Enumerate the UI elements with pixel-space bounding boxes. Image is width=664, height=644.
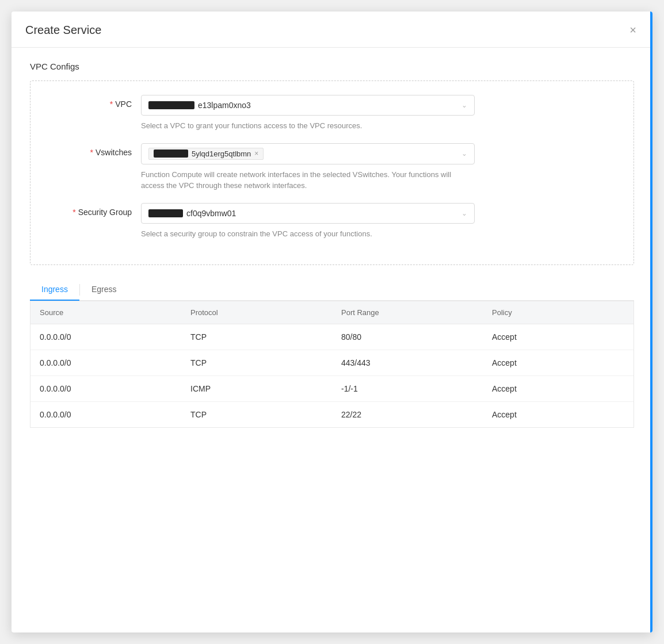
security-group-form-content: cf0q9vbmw01 ⌄ Select a security group to… <box>141 203 475 240</box>
vpc-value-suffix: e13lpam0xno3 <box>198 101 251 110</box>
vswitch-tag: 5ylqd1erg5qtlbmn × <box>148 148 264 160</box>
create-service-modal: Create Service × VPC Configs *VPC e1 <box>12 12 652 632</box>
vswitch-tag-close[interactable]: × <box>254 150 258 158</box>
table-row: 0.0.0.0/0 ICMP -1/-1 Accept <box>30 376 634 402</box>
vswitches-select-value: 5ylqd1erg5qtlbmn × <box>148 148 264 160</box>
col-source: Source <box>30 301 181 324</box>
tab-egress[interactable]: Egress <box>80 279 128 301</box>
row4-port-range: 22/22 <box>332 402 483 427</box>
table-row: 0.0.0.0/0 TCP 22/22 Accept <box>30 402 634 427</box>
vpc-required-star: * <box>110 99 113 109</box>
security-group-label: *Security Group <box>49 203 141 217</box>
vswitch-tag-suffix: 5ylqd1erg5qtlbmn <box>192 150 251 158</box>
modal-body: VPC Configs *VPC e13lpam0xno3 ⌄ <box>12 48 652 442</box>
row3-port-range: -1/-1 <box>332 376 483 401</box>
row4-policy: Accept <box>483 402 634 427</box>
modal-header: Create Service × <box>12 12 652 48</box>
security-group-value-suffix: cf0q9vbmw01 <box>186 209 236 218</box>
row1-port-range: 80/80 <box>332 324 483 350</box>
table-header: Source Protocol Port Range Policy <box>30 301 634 324</box>
col-port-range: Port Range <box>332 301 483 324</box>
modal-title: Create Service <box>25 24 101 37</box>
row3-policy: Accept <box>483 376 634 401</box>
vswitch-tag-redacted <box>154 150 188 158</box>
vswitches-label: *Vswitches <box>49 143 141 157</box>
row4-source: 0.0.0.0/0 <box>30 402 181 427</box>
accent-border <box>650 12 652 632</box>
ingress-egress-tabs: Ingress Egress Source Protocol Port Rang… <box>30 279 634 428</box>
row2-policy: Accept <box>483 350 634 375</box>
security-group-chevron-icon: ⌄ <box>461 209 467 217</box>
tab-ingress[interactable]: Ingress <box>30 279 79 301</box>
vpc-helper-text: Select a VPC to grant your functions acc… <box>141 120 475 132</box>
vpc-select[interactable]: e13lpam0xno3 ⌄ <box>141 95 475 116</box>
col-protocol: Protocol <box>181 301 332 324</box>
section-title: VPC Configs <box>30 62 634 71</box>
row3-protocol: ICMP <box>181 376 332 401</box>
rules-table: Source Protocol Port Range Policy 0.0.0.… <box>30 301 634 428</box>
vswitches-select[interactable]: 5ylqd1erg5qtlbmn × ⌄ <box>141 143 475 164</box>
vpc-form-row: *VPC e13lpam0xno3 ⌄ Select a VPC to gran… <box>49 95 615 132</box>
dashed-config-section: *VPC e13lpam0xno3 ⌄ Select a VPC to gran… <box>30 80 634 265</box>
vpc-configs-section: VPC Configs *VPC e13lpam0xno3 ⌄ <box>30 62 634 428</box>
row1-source: 0.0.0.0/0 <box>30 324 181 350</box>
close-button[interactable]: × <box>627 22 639 38</box>
security-group-helper-text: Select a security group to constrain the… <box>141 228 475 240</box>
vpc-select-value: e13lpam0xno3 <box>148 101 251 110</box>
vswitches-form-content: 5ylqd1erg5qtlbmn × ⌄ Function Compute wi… <box>141 143 475 191</box>
row2-port-range: 443/443 <box>332 350 483 375</box>
row2-protocol: TCP <box>181 350 332 375</box>
vswitches-helper-text: Function Compute will create network int… <box>141 169 475 191</box>
row1-protocol: TCP <box>181 324 332 350</box>
security-group-redacted <box>148 209 183 217</box>
vswitches-form-row: *Vswitches 5ylqd1erg5qtlbmn × ⌄ <box>49 143 615 191</box>
vswitches-required-star: * <box>90 148 93 157</box>
row4-protocol: TCP <box>181 402 332 427</box>
row2-source: 0.0.0.0/0 <box>30 350 181 375</box>
row1-policy: Accept <box>483 324 634 350</box>
tabs-nav: Ingress Egress <box>30 279 634 301</box>
row3-source: 0.0.0.0/0 <box>30 376 181 401</box>
security-group-required-star: * <box>72 208 75 217</box>
vpc-form-content: e13lpam0xno3 ⌄ Select a VPC to grant you… <box>141 95 475 132</box>
table-row: 0.0.0.0/0 TCP 443/443 Accept <box>30 350 634 376</box>
table-row: 0.0.0.0/0 TCP 80/80 Accept <box>30 324 634 350</box>
vpc-redacted <box>148 101 194 109</box>
security-group-select-value: cf0q9vbmw01 <box>148 209 236 218</box>
security-group-select[interactable]: cf0q9vbmw01 ⌄ <box>141 203 475 224</box>
col-policy: Policy <box>483 301 634 324</box>
vpc-chevron-icon: ⌄ <box>461 101 467 109</box>
security-group-form-row: *Security Group cf0q9vbmw01 ⌄ Select a s… <box>49 203 615 240</box>
vpc-label: *VPC <box>49 95 141 109</box>
vswitches-chevron-icon: ⌄ <box>461 150 467 158</box>
